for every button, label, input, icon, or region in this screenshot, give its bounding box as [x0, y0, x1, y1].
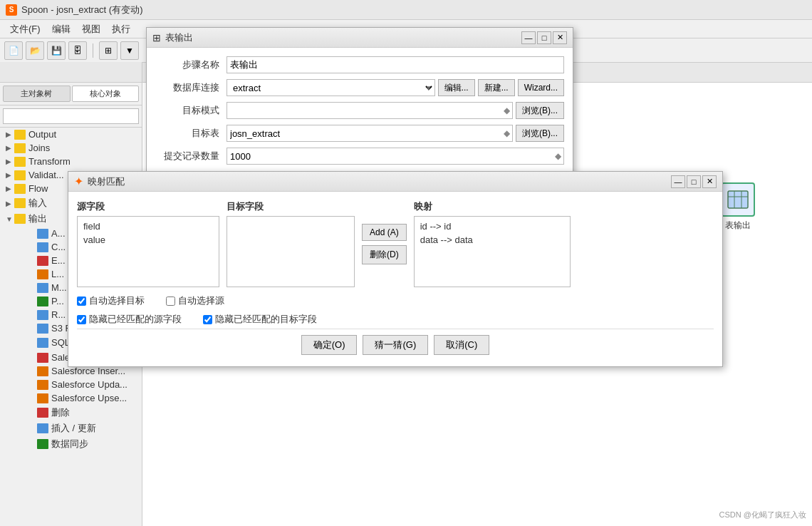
toolbar-new-btn[interactable]: 📄 — [4, 41, 23, 60]
menu-run[interactable]: 执行 — [106, 21, 136, 37]
mapping-delete-btn[interactable]: 删除(D) — [362, 245, 407, 264]
db-conn-wizard-btn[interactable]: Wizard... — [518, 79, 564, 96]
table-diamond-icon: ◆ — [504, 128, 510, 138]
table-browse-btn[interactable]: 浏览(B)... — [516, 125, 564, 142]
form-row-schema: 目标模式 ◆ 浏览(B)... — [155, 102, 564, 119]
tree-leaf-sf-upd[interactable]: Salesforce Upda... — [0, 378, 142, 391]
target-schema-input[interactable] — [227, 102, 513, 119]
toolbar-dropdown-btn[interactable]: ▼ — [120, 41, 139, 60]
target-fields-label: 目标字段 — [227, 200, 355, 213]
auto-target-checkbox[interactable] — [77, 296, 86, 306]
tree-arrow-output — [6, 130, 14, 138]
commit-size-input[interactable] — [227, 148, 564, 165]
mapping-results-label: 映射 — [414, 200, 571, 213]
leaf-icon-r — [37, 310, 48, 320]
tree-arrow-joins — [6, 144, 14, 152]
folder-icon-transform — [14, 157, 26, 167]
toolbar-saveas-btn[interactable]: 🗄 — [68, 41, 87, 60]
leaf-icon-sf-del — [37, 353, 48, 363]
leaf-icon-datasync — [37, 439, 48, 449]
dialog-mapping-title: ✦ 映射匹配 — [74, 175, 125, 188]
canvas-watermark: CSDN @化蝎了疯狂入妆 — [719, 510, 806, 520]
svg-rect-0 — [728, 191, 748, 208]
tree-leaf-insert-update[interactable]: 插入 / 更新 — [0, 421, 142, 436]
target-fields-col: 目标字段 — [227, 200, 355, 287]
commit-size-label: 提交记录数量 — [155, 150, 219, 163]
dialog-mapping-maximize[interactable]: □ — [687, 175, 701, 188]
source-fields-col: 源字段 field value — [77, 200, 219, 287]
mapping-cancel-btn[interactable]: 取消(C) — [434, 335, 489, 355]
mapping-action-buttons: Add (A) 删除(D) — [362, 200, 407, 287]
hide-source-checkbox-label[interactable]: 隐藏已经匹配的源字段 — [77, 313, 182, 326]
tree-leaf-delete[interactable]: 删除 — [0, 405, 142, 421]
leaf-icon-l — [37, 269, 48, 279]
sidebar-tab-main[interactable]: 主对象树 — [3, 86, 71, 102]
step-name-input[interactable] — [227, 56, 564, 73]
source-fields-list[interactable]: field value — [77, 216, 219, 287]
mapping-guess-btn[interactable]: 猜一猜(G) — [363, 335, 428, 355]
dialog-table-output-titlebar[interactable]: ⊞ 表输出 — □ ✕ — [147, 28, 573, 48]
dialog-table-output-minimize[interactable]: — — [521, 31, 536, 44]
dialog-mapping-close[interactable]: ✕ — [702, 175, 717, 188]
db-conn-new-btn[interactable]: 新建... — [478, 79, 515, 96]
folder-icon-output2 — [14, 214, 26, 224]
auto-target-checkbox-label[interactable]: 自动选择目标 — [77, 294, 145, 307]
hide-target-checkbox-label[interactable]: 隐藏已经匹配的目标字段 — [203, 313, 317, 326]
toolbar-layers-btn[interactable]: ⊞ — [99, 41, 118, 60]
tree-item-joins[interactable]: Joins — [0, 141, 142, 155]
dialog-table-output-maximize[interactable]: □ — [537, 31, 551, 44]
title-bar: S Spoon - josn_extract (有变动) — [0, 0, 812, 20]
mapping-result-item-1[interactable]: id --> id — [417, 220, 567, 233]
form-row-stepname: 步骤名称 — [155, 56, 564, 73]
table-output-svg — [727, 188, 749, 211]
tree-arrow-output2 — [6, 215, 14, 223]
tree-item-transform[interactable]: Transform — [0, 155, 142, 168]
dialog-mapping-minimize[interactable]: — — [671, 175, 685, 188]
mapping-ok-btn[interactable]: 确定(O) — [301, 335, 358, 355]
source-field-item-field[interactable]: field — [80, 220, 216, 233]
schema-browse-btn[interactable]: 浏览(B)... — [516, 102, 564, 119]
tree-item-output[interactable]: Output — [0, 128, 142, 141]
hide-source-checkbox[interactable] — [77, 315, 86, 324]
hide-target-checkbox[interactable] — [203, 315, 212, 324]
folder-icon-input — [14, 198, 26, 208]
dialog-table-output-title: ⊞ 表输出 — [152, 31, 193, 44]
leaf-icon-sf-ups — [37, 393, 48, 403]
menu-edit[interactable]: 编辑 — [46, 21, 76, 37]
source-field-item-value[interactable]: value — [80, 233, 216, 247]
folder-icon-output — [14, 130, 26, 140]
mapping-options2: 隐藏已经匹配的源字段 隐藏已经匹配的目标字段 — [77, 313, 714, 326]
toolbar-save-btn[interactable]: 💾 — [47, 41, 66, 60]
sidebar-header: 主对象树 核心对象 — [0, 83, 142, 105]
leaf-icon-delete — [37, 408, 48, 418]
leaf-icon-m — [37, 283, 48, 293]
tree-arrow-input — [6, 200, 14, 207]
mapping-results-list[interactable]: id --> id data --> data — [414, 216, 571, 287]
menu-file[interactable]: 文件(F) — [4, 21, 46, 37]
dialog-table-output-close[interactable]: ✕ — [553, 31, 567, 44]
sidebar-search-input[interactable] — [3, 108, 139, 124]
mapping-columns: 源字段 field value 目标字段 Add (A) 删除(D) 映射 — [77, 200, 714, 287]
leaf-icon-sql — [37, 338, 48, 348]
leaf-icon-insert-update — [37, 423, 48, 433]
sidebar-tab-core[interactable]: 核心对象 — [72, 86, 140, 102]
mapping-result-item-2[interactable]: data --> data — [417, 233, 567, 247]
target-table-input[interactable] — [227, 125, 513, 142]
app-icon: S — [6, 4, 17, 16]
auto-source-checkbox[interactable] — [166, 296, 175, 306]
form-row-dbconn: 数据库连接 extract ▼ 编辑... 新建... Wizard... — [155, 79, 564, 96]
auto-source-checkbox-label[interactable]: 自动选择源 — [166, 294, 224, 307]
mapping-add-btn[interactable]: Add (A) — [362, 224, 407, 241]
toolbar-open-btn[interactable]: 📂 — [26, 41, 44, 60]
target-fields-list[interactable] — [227, 216, 355, 287]
db-conn-edit-btn[interactable]: 编辑... — [438, 79, 475, 96]
tree-arrow-transform — [6, 158, 14, 165]
folder-icon-flow — [14, 184, 26, 194]
menu-view[interactable]: 视图 — [76, 21, 106, 37]
tree-leaf-sf-ups[interactable]: Salesforce Upse... — [0, 391, 142, 405]
canvas-table-output-icon[interactable]: 表输出 — [721, 182, 755, 232]
db-conn-select[interactable]: extract — [227, 79, 435, 96]
tree-leaf-datasync[interactable]: 数据同步 — [0, 436, 142, 452]
dialog-mapping-titlebar[interactable]: ✦ 映射匹配 — □ ✕ — [68, 172, 722, 192]
dialog-mapping: ✦ 映射匹配 — □ ✕ 源字段 field value 目标字段 — [68, 171, 723, 367]
